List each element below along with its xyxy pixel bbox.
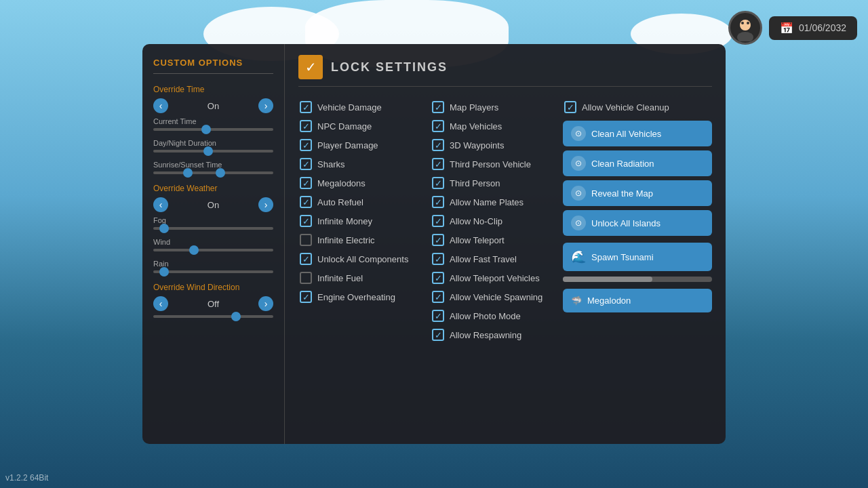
label-allow-vehicle-spawning: Allow Vehicle Spawning	[450, 292, 542, 302]
override-time-dec[interactable]: ‹	[153, 98, 168, 113]
clean-radiation-icon: ⊙	[571, 156, 586, 171]
clean-radiation-label: Clean Radiation	[591, 159, 654, 169]
sidebar-title: CUSTOM OPTIONS	[153, 58, 273, 68]
checkbox-allow-photo-mode[interactable]	[432, 310, 444, 322]
top-bar: 📅 01/06/2032	[728, 11, 857, 45]
version-label: v1.2.2 64Bit	[5, 473, 48, 483]
current-time-label: Current Time	[153, 117, 273, 125]
clean-all-vehicles-label: Clean All Vehicles	[591, 129, 661, 139]
avatar	[728, 11, 762, 45]
checkbox-allow-vehicle-spawning[interactable]	[432, 291, 444, 303]
label-map-players: Map Players	[450, 102, 498, 113]
clean-radiation-button[interactable]: ⊙ Clean Radiation	[563, 150, 712, 176]
checkbox-3d-waypoints[interactable]	[432, 139, 444, 151]
checkbox-vehicle-damage[interactable]	[300, 101, 312, 113]
checkbox-sharks[interactable]	[300, 158, 312, 170]
rain-thumb[interactable]	[159, 267, 169, 277]
checkbox-allow-teleport[interactable]	[432, 234, 444, 246]
override-weather-label: Override Weather	[153, 184, 273, 193]
checkbox-allow-no-clip[interactable]	[432, 215, 444, 227]
spawn-tsunami-icon: 🌊	[571, 249, 586, 264]
rain-slider[interactable]	[153, 270, 273, 273]
option-engine-overheating: Engine Overheating	[298, 287, 424, 306]
reveal-map-icon: ⊙	[571, 186, 586, 201]
day-night-slider[interactable]	[153, 150, 273, 152]
col3: Allow Vehicle Cleanup ⊙ Clean All Vehicl…	[563, 98, 712, 344]
checkbox-third-person[interactable]	[432, 177, 444, 189]
fog-thumb[interactable]	[159, 224, 169, 233]
checkbox-map-vehicles[interactable]	[432, 120, 444, 132]
lock-settings-checkbox[interactable]: ✓	[298, 55, 323, 79]
option-map-players: Map Players	[431, 98, 556, 117]
clean-all-vehicles-button[interactable]: ⊙ Clean All Vehicles	[563, 121, 712, 146]
sunrise-thumb2[interactable]	[216, 168, 225, 178]
sunrise-thumb1[interactable]	[183, 168, 193, 178]
wind-dir-thumb[interactable]	[231, 312, 241, 321]
fog-label: Fog	[153, 216, 273, 224]
unlock-all-islands-button[interactable]: ⊙ Unlock All Islands	[563, 210, 712, 236]
fog-slider[interactable]	[153, 227, 273, 230]
label-allow-vehicle-cleanup: Allow Vehicle Cleanup	[582, 102, 669, 113]
label-third-person: Third Person	[450, 178, 500, 188]
option-unlock-all-components: Unlock All Components	[298, 249, 424, 268]
label-infinite-electric: Infinite Electric	[317, 235, 375, 245]
option-allow-vehicle-cleanup: Allow Vehicle Cleanup	[563, 98, 712, 117]
override-weather-value: On	[172, 200, 254, 210]
option-allow-fast-travel: Allow Fast Travel	[431, 249, 556, 268]
checkbox-map-players[interactable]	[432, 101, 444, 113]
label-infinite-fuel: Infinite Fuel	[317, 273, 363, 283]
option-map-vehicles: Map Vehicles	[431, 117, 556, 136]
option-infinite-electric: Infinite Electric	[298, 230, 424, 249]
checkbox-infinite-electric[interactable]	[300, 234, 312, 246]
checkbox-third-person-vehicle[interactable]	[432, 158, 444, 170]
override-weather-inc[interactable]: ›	[258, 197, 273, 212]
wind-label: Wind	[153, 238, 273, 246]
label-allow-name-plates: Allow Name Plates	[450, 197, 524, 207]
override-time-value: On	[172, 101, 254, 111]
checkbox-allow-teleport-vehicles[interactable]	[432, 272, 444, 284]
current-time-slider[interactable]	[153, 128, 273, 131]
option-auto-refuel: Auto Refuel	[298, 192, 424, 211]
override-wind-inc[interactable]: ›	[258, 296, 273, 311]
reveal-map-button[interactable]: ⊙ Reveal the Map	[563, 180, 712, 206]
checkbox-allow-name-plates[interactable]	[432, 196, 444, 208]
checkbox-allow-fast-travel[interactable]	[432, 253, 444, 265]
checkbox-allow-respawning[interactable]	[432, 329, 444, 341]
option-vehicle-damage: Vehicle Damage	[298, 98, 424, 117]
label-unlock-all-components: Unlock All Components	[317, 254, 408, 264]
calendar-icon: 📅	[780, 22, 793, 35]
wind-thumb[interactable]	[189, 245, 199, 255]
sunrise-slider[interactable]	[153, 171, 273, 174]
checkbox-megalodons[interactable]	[300, 177, 312, 189]
label-allow-fast-travel: Allow Fast Travel	[450, 254, 517, 264]
override-weather-control: ‹ On ›	[153, 197, 273, 212]
checkbox-auto-refuel[interactable]	[300, 196, 312, 208]
spawn-tsunami-button[interactable]: 🌊 Spawn Tsunami	[563, 243, 712, 271]
checkbox-unlock-all-components[interactable]	[300, 253, 312, 265]
checkbox-infinite-money[interactable]	[300, 215, 312, 227]
label-allow-respawning: Allow Respawning	[450, 330, 521, 340]
megalodon-button[interactable]: 🦈 Megalodon	[563, 289, 712, 312]
wind-slider[interactable]	[153, 249, 273, 251]
override-wind-dir-control: ‹ Off ›	[153, 296, 273, 311]
current-time-thumb[interactable]	[201, 125, 211, 134]
checkbox-player-damage[interactable]	[300, 139, 312, 151]
label-engine-overheating: Engine Overheating	[317, 292, 395, 302]
option-allow-respawning: Allow Respawning	[431, 325, 556, 344]
checkbox-engine-overheating[interactable]	[300, 291, 312, 303]
checkbox-allow-vehicle-cleanup[interactable]	[564, 101, 576, 113]
wind-dir-slider[interactable]	[153, 315, 273, 318]
label-allow-teleport: Allow Teleport	[450, 235, 505, 245]
option-megalodons: Megalodons	[298, 174, 424, 192]
option-allow-photo-mode: Allow Photo Mode	[431, 306, 556, 325]
day-night-thumb[interactable]	[203, 146, 213, 156]
content-area: ✓ LOCK SETTINGS Vehicle Damage NPC Damag…	[285, 44, 726, 444]
override-wind-dec[interactable]: ‹	[153, 296, 168, 311]
override-weather-dec[interactable]: ‹	[153, 197, 168, 212]
override-time-inc[interactable]: ›	[258, 98, 273, 113]
date-display: 01/06/2032	[799, 22, 846, 33]
checkbox-npc-damage[interactable]	[300, 120, 312, 132]
label-sharks: Sharks	[317, 159, 344, 169]
checkbox-infinite-fuel[interactable]	[300, 272, 312, 284]
option-allow-teleport: Allow Teleport	[431, 230, 556, 249]
